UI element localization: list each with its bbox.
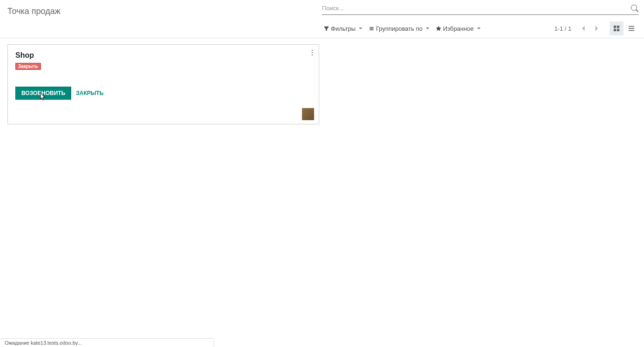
caret-down-icon (477, 27, 481, 29)
chevron-left-icon (581, 25, 585, 32)
pos-card[interactable]: Shop Закрыть ВОЗОБНОВИТЬ ЗАКРЫТЬ (7, 44, 319, 124)
resume-button[interactable]: ВОЗОБНОВИТЬ (15, 87, 71, 100)
content-area: Shop Закрыть ВОЗОБНОВИТЬ ЗАКРЫТЬ (0, 38, 644, 130)
star-icon (436, 26, 441, 31)
filters-label: Фильтры (331, 25, 356, 32)
next-page-button[interactable] (592, 23, 602, 34)
filters-button[interactable]: Фильтры (322, 24, 364, 33)
header: Точка продаж Фильтры Группировать по (0, 0, 644, 38)
avatar[interactable] (302, 108, 314, 120)
browser-status-bar: Ожидание kate13.tests.odoo.by... (0, 338, 214, 347)
group-by-label: Группировать по (376, 25, 423, 32)
svg-rect-1 (617, 26, 619, 28)
caret-down-icon (426, 27, 429, 29)
toolbar: Фильтры Группировать по Избранное 1-1 / … (322, 21, 638, 35)
page-title: Точка продаж (7, 7, 60, 16)
svg-point-7 (312, 50, 313, 51)
caret-down-icon (359, 27, 362, 29)
dots-vertical-icon (311, 49, 313, 56)
grid-icon (613, 25, 620, 32)
list-icon (369, 26, 374, 31)
status-badge: Закрыть (15, 63, 41, 70)
search-icon[interactable] (631, 5, 638, 12)
search-bar (322, 2, 638, 15)
card-title: Shop (15, 51, 311, 60)
group-by-button[interactable]: Группировать по (367, 24, 431, 33)
close-button[interactable]: ЗАКРЫТЬ (76, 90, 103, 96)
svg-rect-5 (629, 28, 634, 29)
page-indicator: 1-1 / 1 (554, 25, 571, 32)
kanban-view-button[interactable] (610, 21, 624, 35)
svg-point-8 (312, 52, 313, 54)
svg-rect-6 (629, 30, 634, 31)
filter-icon (324, 26, 329, 31)
search-input[interactable] (322, 3, 631, 14)
prev-page-button[interactable] (578, 23, 588, 34)
svg-rect-4 (629, 26, 634, 27)
list-view-button[interactable] (624, 21, 638, 35)
favorites-label: Избранное (443, 25, 474, 32)
card-menu-button[interactable] (311, 49, 313, 57)
list-icon (628, 25, 635, 32)
svg-rect-3 (617, 29, 619, 31)
svg-rect-0 (614, 26, 616, 28)
svg-point-9 (312, 54, 313, 56)
chevron-right-icon (595, 25, 599, 32)
favorites-button[interactable]: Избранное (434, 24, 483, 33)
svg-rect-2 (614, 29, 616, 31)
